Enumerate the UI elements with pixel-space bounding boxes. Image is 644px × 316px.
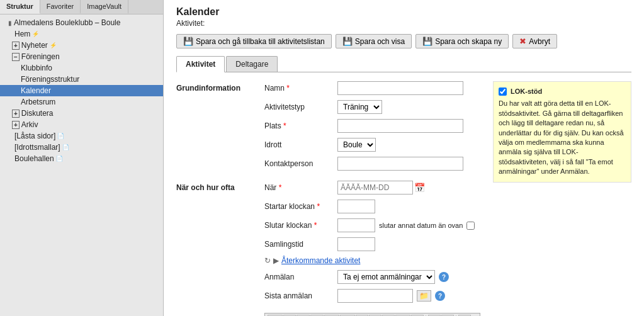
save-icon: 💾: [342, 37, 353, 46]
recurring-row: ↻ ▶ Återkommande aktivitet: [264, 256, 480, 265]
kontaktperson-input[interactable]: [337, 157, 463, 171]
aktivitetstyp-row: Aktivitetstyp Träning: [264, 100, 480, 114]
tab-favoriter[interactable]: Favoriter: [40, 0, 81, 14]
grundinformation-label: Grundinformation: [176, 81, 252, 176]
plats-label: Plats *: [264, 121, 334, 130]
tree-item-idrottsmallar[interactable]: [Idrottsmallar] 📄: [0, 142, 163, 153]
arrow-icon: ▶: [273, 256, 279, 265]
plats-input[interactable]: [337, 119, 463, 133]
plus-icon: +: [12, 42, 20, 50]
idrott-label: Idrott: [264, 140, 334, 149]
aktivitetstyp-select[interactable]: Träning: [337, 100, 382, 114]
save-view-button[interactable]: 💾 Spara och visa: [336, 34, 412, 48]
idrott-select[interactable]: Boule: [337, 138, 376, 152]
startar-row: Startar klockan *: [264, 200, 480, 213]
sista-label: Sista anmälan: [264, 291, 334, 300]
save-icon: 💾: [422, 37, 432, 46]
sidebar-item-label: [Låsta sidor]: [14, 132, 55, 140]
namn-row: Namn *: [264, 81, 480, 95]
sidebar: Struktur Favoriter ImageVault ▮ Almedale…: [0, 0, 164, 316]
tree-item-hem[interactable]: Hem ⚡: [0, 28, 163, 40]
editor-toolbar: ⚓ ◀ 🖼 🖼 🔗 🔗 ⊞ ⊟ ✂ ⚡ ▶ ⇥: [264, 313, 480, 316]
sista-input[interactable]: [337, 289, 413, 303]
sidebar-item-label: Föreningen: [21, 52, 60, 61]
save-icon: 💾: [183, 37, 193, 46]
sidebar-item-label: Föreningsstruktur: [21, 75, 79, 84]
slutar-input[interactable]: [337, 218, 375, 232]
startar-input[interactable]: [337, 200, 375, 213]
form-main: Grundinformation Namn * Aktivitetstyp Tr…: [176, 81, 631, 316]
anmalan-select[interactable]: Ta ej emot anmälningar: [337, 270, 435, 284]
idrott-row: Idrott Boule: [264, 138, 480, 152]
tree-item-foreningen[interactable]: − Föreningen: [0, 51, 163, 62]
tree-item-org[interactable]: ▮ Almedalens Bouleklubb – Boule: [0, 17, 163, 28]
plats-row: Plats *: [264, 119, 480, 133]
calendar-icon[interactable]: 📅: [414, 183, 425, 193]
recurring-link[interactable]: Återkommande aktivitet: [281, 256, 360, 265]
sidebar-item-label: Kalender: [21, 86, 51, 95]
link-icon: ⚡: [50, 42, 57, 48]
sista-row: Sista anmälan 📁 ?: [264, 289, 480, 303]
plus-icon: +: [12, 121, 20, 129]
tree-item-boulehallen[interactable]: Boulehallen 📄: [0, 153, 163, 164]
tab-imagevault[interactable]: ImageVault: [81, 0, 128, 14]
sidebar-item-label: Nyheter: [21, 41, 48, 50]
sidebar-item-label: Klubbinfo: [21, 64, 52, 72]
beskrivning-section: Beskrivning ⚓ ◀ 🖼 🖼 🔗 🔗 ⊞ ⊟ ✂: [176, 313, 480, 316]
main-content: Kalender Aktivitet: 💾 Spara och gå tillb…: [164, 0, 644, 316]
sidebar-item-label: Diskutera: [21, 109, 54, 118]
lok-text: Du har valt att göra detta till en LOK-s…: [499, 99, 626, 176]
sidebar-tabs: Struktur Favoriter ImageVault: [0, 0, 163, 14]
form-tabs: Aktivitet Deltagare: [176, 56, 631, 72]
tree-item-klubbinfo[interactable]: Klubbinfo: [0, 62, 163, 74]
sista-calendar-icon[interactable]: 📁: [417, 290, 431, 302]
form-left: Grundinformation Namn * Aktivitetstyp Tr…: [176, 81, 480, 316]
save-back-button[interactable]: 💾 Spara och gå tillbaka till aktivitetsl…: [176, 34, 332, 48]
slutar-label: Slutar klockan *: [264, 221, 334, 230]
aktivitetstyp-label: Aktivitetstyp: [264, 103, 334, 111]
nar-label: När och hur ofta: [176, 181, 252, 308]
tree-item-foreningsstruktur[interactable]: Föreningsstruktur: [0, 74, 163, 85]
minus-icon: ▮: [8, 20, 12, 26]
editor-wrapper: ⚓ ◀ 🖼 🖼 🔗 🔗 ⊞ ⊟ ✂ ⚡ ▶ ⇥: [264, 313, 480, 316]
lok-box: LOK-stöd Du har valt att göra detta till…: [493, 81, 631, 183]
tree-item-nyheter[interactable]: + Nyheter ⚡: [0, 40, 163, 51]
cancel-icon: ✖: [519, 37, 526, 46]
nar-section: När och hur ofta När * 📅: [176, 181, 480, 308]
slutar-checkbox[interactable]: [466, 222, 475, 230]
tree-item-arkiv[interactable]: + Arkiv: [0, 119, 163, 130]
refresh-icon: ↻: [264, 256, 271, 265]
grundinformation-fields: Namn * Aktivitetstyp Träning: [264, 81, 480, 176]
kontaktperson-row: Kontaktperson: [264, 157, 480, 171]
sista-help-icon[interactable]: ?: [435, 291, 445, 301]
sidebar-item-label: Almedalens Bouleklubb – Boule: [14, 18, 120, 27]
anmalan-help-icon[interactable]: ?: [439, 272, 449, 282]
nar-field-label: När *: [264, 183, 334, 192]
sidebar-item-label: Arkiv: [21, 120, 38, 129]
lok-checkbox[interactable]: [499, 87, 507, 96]
sidebar-tree: ▮ Almedalens Bouleklubb – Boule Hem ⚡ + …: [0, 14, 163, 167]
tab-struktur[interactable]: Struktur: [0, 0, 40, 14]
tree-item-arbetsrum[interactable]: Arbetsrum: [0, 96, 163, 108]
link-icon: 📄: [57, 133, 64, 139]
tab-deltagare[interactable]: Deltagare: [226, 56, 278, 72]
page-title: Kalender: [176, 6, 631, 18]
link-icon: 📄: [56, 155, 63, 162]
sidebar-item-label: Hem: [14, 30, 30, 38]
cancel-button[interactable]: ✖ Avbryt: [512, 34, 557, 48]
kontaktperson-label: Kontaktperson: [264, 159, 334, 168]
tree-item-diskutera[interactable]: + Diskutera: [0, 108, 163, 119]
samlingstid-input[interactable]: [337, 237, 375, 251]
slutar-extra-text: slutar annat datum än ovan: [379, 222, 463, 229]
tab-aktivitet[interactable]: Aktivitet: [176, 56, 225, 72]
tree-item-kalender[interactable]: Kalender: [0, 85, 163, 96]
link-icon: ⚡: [32, 31, 39, 37]
tree-item-lasta[interactable]: [Låsta sidor] 📄: [0, 130, 163, 142]
samlingstid-label: Samlingstid: [264, 240, 334, 249]
namn-input[interactable]: [337, 81, 463, 95]
save-new-button[interactable]: 💾 Spara och skapa ny: [415, 34, 509, 48]
nar-date-input[interactable]: [337, 181, 413, 195]
nar-fields: När * 📅 Startar klockan *: [264, 181, 480, 308]
namn-label: Namn *: [264, 84, 334, 93]
sidebar-item-label: Arbetsrum: [21, 98, 55, 106]
